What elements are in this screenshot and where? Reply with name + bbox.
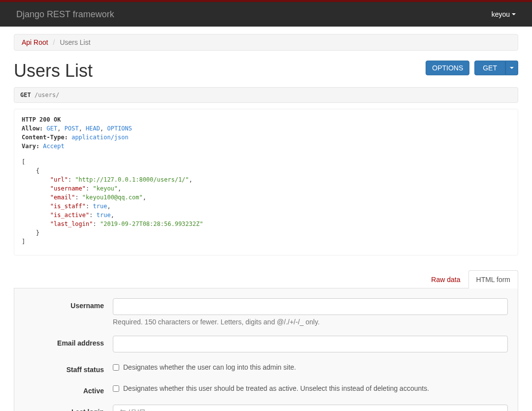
username-field[interactable] (113, 298, 508, 315)
breadcrumb-root[interactable]: Api Root (22, 38, 48, 46)
breadcrumb-sep: / (50, 38, 58, 46)
breadcrumb-current: Users List (60, 38, 90, 46)
options-button[interactable]: OPTIONS (426, 61, 469, 75)
brand-link[interactable]: Django REST framework (7, 9, 114, 20)
help-username: Required. 150 characters or fewer. Lette… (113, 318, 508, 326)
help-active: Designates whether this user should be t… (123, 384, 429, 392)
last-login-field[interactable]: 年 /月/日 --:-- (113, 405, 508, 411)
email-field[interactable] (113, 336, 508, 352)
get-dropdown-button[interactable] (505, 61, 518, 75)
response-headers: HTTP 200 OK Allow: GET, POST, HEAD, OPTI… (22, 115, 510, 151)
user-menu[interactable]: keyou (492, 10, 525, 18)
page-title: Users List (14, 61, 93, 81)
label-email: Email address (24, 336, 113, 347)
response-panel: HTTP 200 OK Allow: GET, POST, HEAD, OPTI… (14, 109, 518, 255)
label-username: Username (24, 298, 113, 310)
request-info: GET /users/ (14, 87, 518, 103)
caret-down-icon (510, 67, 514, 69)
html-form-panel: Username Required. 150 characters or few… (14, 288, 518, 411)
caret-down-icon (512, 13, 516, 15)
breadcrumb: Api Root / Users List (14, 34, 518, 51)
request-path: /users/ (34, 92, 60, 98)
header-actions: OPTIONS GET (426, 61, 518, 75)
get-button[interactable]: GET (474, 61, 505, 75)
label-active: Active (24, 383, 113, 395)
active-checkbox[interactable] (113, 385, 119, 392)
help-staff: Designates whether the user can log into… (123, 363, 296, 371)
tab-raw-data[interactable]: Raw data (423, 270, 468, 288)
user-name: keyou (492, 10, 510, 18)
get-button-group: GET (474, 61, 518, 75)
response-body: [ { "url": "http://127.0.0.1:8000/users/… (22, 158, 510, 246)
label-last-login: Last login (24, 405, 113, 411)
label-staff: Staff status (24, 362, 113, 374)
request-method: GET (20, 92, 31, 98)
staff-checkbox[interactable] (113, 364, 119, 371)
tab-html-form[interactable]: HTML form (468, 270, 518, 288)
navbar: Django REST framework keyou (0, 2, 532, 27)
datetime-placeholder: 年 /月/日 --:-- (119, 409, 159, 411)
form-tabs: Raw data HTML form (14, 270, 518, 288)
